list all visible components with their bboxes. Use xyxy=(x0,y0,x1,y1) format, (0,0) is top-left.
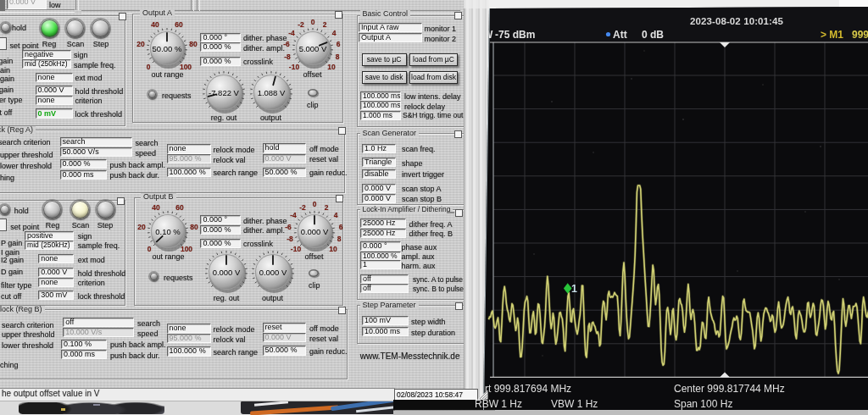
svg-text:W: W xyxy=(483,29,493,41)
svg-text:RBW 1 Hz: RBW 1 Hz xyxy=(475,398,522,410)
svg-text:-7.822 V: -7.822 V xyxy=(209,87,240,97)
svg-text:rt 999.817694 MHz: rt 999.817694 MHz xyxy=(485,383,571,395)
svg-text:0.10 %: 0.10 % xyxy=(155,226,181,235)
svg-text:5.000 V: 5.000 V xyxy=(298,44,326,53)
svg-text:2023-08-02 10:01:45: 2023-08-02 10:01:45 xyxy=(690,16,783,26)
svg-text:Span 100 Hz: Span 100 Hz xyxy=(674,398,732,410)
svg-text:-75 dBm: -75 dBm xyxy=(495,29,535,41)
svg-text:0 dB: 0 dB xyxy=(642,29,664,41)
svg-text:> M1: > M1 xyxy=(821,29,843,41)
svg-text:0.000 V: 0.000 V xyxy=(213,268,241,277)
svg-text:0.000 V: 0.000 V xyxy=(259,268,287,277)
svg-text:1: 1 xyxy=(571,283,577,295)
svg-text:Center 999.817744 MHz: Center 999.817744 MHz xyxy=(674,383,785,395)
svg-text:1.088 V: 1.088 V xyxy=(258,87,286,97)
svg-text:0.000 V: 0.000 V xyxy=(301,226,329,235)
svg-text:50.00 %: 50.00 % xyxy=(153,44,182,53)
svg-text:999: 999 xyxy=(852,29,868,41)
svg-text:VBW 1 Hz: VBW 1 Hz xyxy=(551,398,598,410)
svg-text:Att: Att xyxy=(613,29,627,41)
